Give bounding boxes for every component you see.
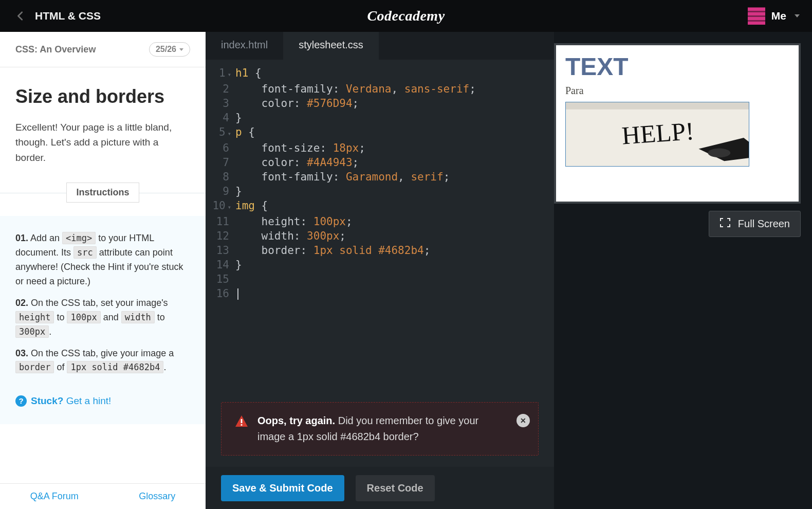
code-line[interactable]: 10▾img {: [206, 198, 554, 214]
fold-icon[interactable]: ▾: [228, 130, 231, 137]
progress-dropdown[interactable]: 25/26: [149, 42, 190, 57]
line-number: 7: [206, 155, 235, 170]
reset-button[interactable]: Reset Code: [356, 475, 435, 501]
close-icon[interactable]: ✕: [516, 414, 530, 427]
code-text[interactable]: font-family: Verdana, sans-serif;: [235, 82, 476, 96]
chevron-down-icon: [795, 14, 800, 17]
code-text[interactable]: color: #4A4943;: [235, 155, 359, 170]
error-text: Oops, try again. Did you remember to giv…: [257, 413, 507, 445]
step-number: 02.: [15, 298, 28, 308]
qa-forum-link[interactable]: Q&A Forum: [30, 491, 79, 502]
inline-code: height: [15, 311, 54, 323]
inline-code: 100px: [67, 311, 100, 323]
user-label: Me: [771, 10, 786, 22]
error-banner: Oops, try again. Did you remember to giv…: [221, 402, 539, 456]
back-arrow-icon[interactable]: [12, 8, 29, 24]
code-text[interactable]: height: 100px;: [235, 214, 353, 229]
code-text[interactable]: border: 1px solid #4682b4;: [235, 243, 430, 258]
code-line[interactable]: 7 color: #4A4943;: [206, 155, 554, 170]
code-text[interactable]: img {: [235, 198, 268, 214]
step-number: 01.: [15, 233, 28, 243]
line-number: 6: [206, 141, 235, 155]
inline-code: width: [121, 311, 155, 323]
progress-text: 25/26: [156, 45, 176, 54]
step-text: Add an: [28, 233, 62, 243]
svg-rect-1: [241, 424, 243, 426]
step-text: On the CSS tab, set your image's: [28, 298, 168, 308]
code-line[interactable]: 13 border: 1px solid #4682b4;: [206, 243, 554, 258]
tab-index-html[interactable]: index.html: [206, 32, 283, 60]
sidebar-header: CSS: An Overview 25/26: [0, 32, 206, 67]
fullscreen-label: Full Screen: [738, 218, 790, 230]
line-number: 8: [206, 170, 235, 184]
fold-icon[interactable]: ▾: [228, 71, 231, 78]
course-title[interactable]: HTML & CSS: [35, 10, 101, 22]
code-line[interactable]: 4}: [206, 111, 554, 125]
code-text[interactable]: width: 300px;: [235, 229, 346, 243]
line-number: 1▾: [206, 66, 235, 82]
code-line[interactable]: 1▾h1 {: [206, 66, 554, 82]
code-line[interactable]: 8 font-family: Garamond, serif;: [206, 170, 554, 184]
code-text[interactable]: color: #576D94;: [235, 96, 359, 111]
editor-tabs: index.html stylesheet.css: [206, 32, 554, 60]
line-number: 5▾: [206, 125, 235, 141]
error-icon: [235, 415, 248, 427]
stuck-label: Stuck?: [31, 395, 63, 406]
svg-rect-0: [241, 419, 243, 423]
avatar: [748, 7, 765, 25]
editor-footer: Save & Submit Code Reset Code: [206, 467, 554, 509]
code-text[interactable]: font-size: 18px;: [235, 141, 365, 155]
fullscreen-button[interactable]: Full Screen: [709, 211, 801, 237]
hint-row: ? Stuck? Get a hint!: [15, 393, 190, 408]
hint-link[interactable]: Get a hint!: [66, 395, 112, 406]
line-number: 3: [206, 96, 235, 111]
code-line[interactable]: 14}: [206, 258, 554, 272]
code-line[interactable]: 11 height: 100px;: [206, 214, 554, 229]
code-text[interactable]: }: [235, 111, 242, 125]
code-text[interactable]: p {: [235, 125, 255, 141]
inline-code: border: [15, 361, 54, 373]
line-number: 15: [206, 272, 235, 286]
site-logo[interactable]: Codecademy: [367, 8, 445, 24]
code-text[interactable]: [235, 286, 238, 301]
line-number: 9: [206, 184, 235, 198]
lesson-sidebar: CSS: An Overview 25/26 Size and borders …: [0, 32, 206, 509]
step-number: 03.: [15, 348, 28, 358]
line-number: 13: [206, 243, 235, 258]
fold-icon[interactable]: ▾: [228, 204, 231, 211]
code-line[interactable]: 3 color: #576D94;: [206, 96, 554, 111]
code-line[interactable]: 16: [206, 286, 554, 301]
lesson-intro: Excellent! Your page is a little bland, …: [15, 120, 190, 165]
code-line[interactable]: 12 width: 300px;: [206, 229, 554, 243]
code-text[interactable]: font-family: Garamond, serif;: [235, 170, 450, 184]
line-number: 10▾: [206, 198, 235, 214]
preview-frame: TEXT Para HELP!: [554, 43, 801, 204]
code-line[interactable]: 5▾p {: [206, 125, 554, 141]
line-number: 11: [206, 214, 235, 229]
overview-title: CSS: An Overview: [15, 44, 96, 55]
code-line[interactable]: 2 font-family: Verdana, sans-serif;: [206, 82, 554, 96]
step-text: to: [54, 312, 67, 322]
user-menu[interactable]: Me: [748, 7, 800, 25]
submit-button[interactable]: Save & Submit Code: [221, 475, 344, 501]
code-text[interactable]: }: [235, 184, 242, 198]
instruction-step-3: 03. On the CSS tab, give your image a bo…: [15, 347, 190, 375]
inline-code: 300px: [15, 325, 49, 338]
code-line[interactable]: 15: [206, 272, 554, 286]
code-text[interactable]: }: [235, 258, 242, 272]
svg-rect-3: [566, 102, 749, 110]
code-text[interactable]: h1 {: [235, 66, 262, 82]
glossary-link[interactable]: Glossary: [139, 491, 175, 502]
hint-prompt: Stuck? Get a hint!: [31, 393, 111, 408]
top-bar: HTML & CSS Codecademy Me: [0, 0, 812, 32]
preview-image-text: HELP!: [621, 117, 695, 150]
inline-code: <img>: [62, 232, 96, 244]
line-number: 16: [206, 286, 235, 301]
lesson-title: Size and borders: [15, 86, 190, 107]
code-line[interactable]: 6 font-size: 18px;: [206, 141, 554, 155]
instructions-divider: Instructions: [0, 183, 206, 203]
line-number: 2: [206, 82, 235, 96]
tab-stylesheet-css[interactable]: stylesheet.css: [283, 32, 379, 60]
code-line[interactable]: 9}: [206, 184, 554, 198]
step-text: of: [54, 362, 67, 372]
